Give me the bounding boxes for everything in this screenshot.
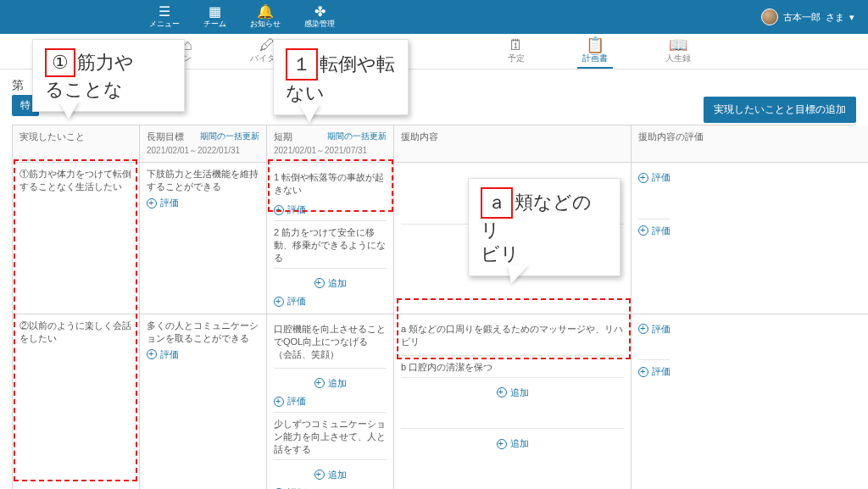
col-long-label: 長期目標 [147,131,184,142]
col-long: 長期目標 期間の一括更新 2021/02/01～2022/01/31 [140,125,267,163]
col-wish-label: 実現したいこと [19,131,132,143]
eval-link[interactable]: 評価 [147,348,179,361]
col-support-eval-label: 援助内容の評価 [638,131,861,143]
user-name: 古本一郎 [783,11,821,24]
tab-plan-label: 計画書 [582,53,608,64]
eval-link[interactable]: 評価 [638,359,670,378]
support-text: a 頬などの口周りを鍛えるためのマッサージや、リハビリ [401,320,624,352]
short-cell: 1 転倒や転落等の事故が起きない 評価 2 筋力をつけて安全に移動、移乗ができる… [267,163,394,314]
support-text: b 口腔内の清潔を保つ [401,355,624,374]
user-menu[interactable]: 古本一郎さま ▾ [761,8,854,25]
nav-menu-label: メニュー [149,19,180,30]
eval-link[interactable]: 評価 [274,295,306,308]
wish-text: ①筋力や体力をつけて転倒することなく生活したい [19,168,132,193]
add-link[interactable]: 追加 [497,386,529,399]
tab-life-label: 人生録 [665,53,691,64]
tab-schedule-label: 予定 [508,53,525,64]
annotation-highlight: １ [286,48,318,81]
add-link[interactable]: 追加 [314,277,347,290]
annotation-callout-2: １転倒や転 ない [273,39,409,115]
avatar [761,8,778,25]
tab-plan[interactable]: 📋 計画書 [577,34,613,69]
chevron-down-icon: ▾ [849,12,854,23]
book-icon: 📖 [669,37,687,53]
eval-link[interactable]: 評価 [638,219,670,237]
tab-schedule[interactable]: 🗓 予定 [503,34,530,69]
long-cell: 多くの人とコミュニケーションを取ることができる 評価 [140,314,267,490]
wish-text: ②以前のように楽しく会話をしたい [19,320,132,345]
col-short-range: 2021/02/01～2021/07/31 [274,145,387,157]
short-text: 2 筋力をつけて安全に移動、移乗ができるようになる [274,220,387,264]
wish-cell: ②以前のように楽しく会話をしたい [13,314,140,490]
plus-icon [638,225,648,236]
annotation-callout-1: ①筋力や ることな [32,39,185,112]
nav-infection-label: 感染管理 [304,19,335,30]
plus-icon [147,349,157,359]
plus-icon [274,297,284,307]
plan-grid: 実現したいこと 長期目標 期間の一括更新 2021/02/01～2022/01/… [12,125,856,489]
support-cell: a 頬などの口周りを鍛えるためのマッサージや、リハビリ b 口腔内の清潔を保つ … [394,314,632,490]
plus-icon [497,387,507,397]
plus-icon [274,205,284,215]
col-wish: 実現したいこと [13,125,140,163]
bulk-update-long[interactable]: 期間の一括更新 [200,131,259,142]
plus-icon [638,367,648,377]
add-goal-button[interactable]: 実現したいことと目標の追加 [704,97,856,123]
plus-icon [314,470,325,480]
long-text: 多くの人とコミュニケーションを取ることができる [147,320,259,345]
nav-notice[interactable]: 🔔 お知らせ [242,3,289,31]
long-cell: 下肢筋力と生活機能を維持することができる 評価 [140,163,267,314]
col-support-eval: 援助内容の評価 [632,125,868,163]
eval-link[interactable]: 評価 [147,197,179,209]
annotation-highlight: ① [45,48,75,77]
eval-link[interactable]: 評価 [638,323,670,336]
tab-life[interactable]: 📖 人生録 [660,34,696,69]
add-link[interactable]: 追加 [314,469,347,481]
nav-team-label: チーム [203,19,226,30]
short-text: 口腔機能を向上させることでQOL向上につなげる（会話、笑顔） [274,320,387,364]
user-suffix: さま [826,11,844,24]
plus-icon [314,278,325,288]
short-cell: 口腔機能を向上させることでQOL向上につなげる（会話、笑顔） 追加 評価 少しず… [267,314,394,490]
bulk-update-short[interactable]: 期間の一括更新 [327,131,387,142]
eval-link[interactable]: 評価 [274,395,306,408]
nav-team[interactable]: ▦ チーム [195,3,235,31]
col-short: 短期 期間の一括更新 2021/02/01～2021/07/31 [267,125,394,163]
col-support-label: 援助内容 [401,131,624,143]
col-long-range: 2021/02/01～2022/01/31 [147,145,259,157]
col-short-label: 短期 [274,131,292,142]
eval-link[interactable]: 評価 [638,171,670,184]
annotation-highlight: ａ [481,187,513,219]
short-text: 1 転倒や転落等の事故が起きない [274,168,387,200]
top-navbar: ☰ メニュー ▦ チーム 🔔 お知らせ ✤ 感染管理 古本一郎さま ▾ [0,0,868,34]
bell-icon: 🔔 [257,5,274,19]
add-link[interactable]: 追加 [314,377,347,390]
calendar-icon: 🗓 [509,37,524,53]
gear-icon: ✤ [314,5,326,19]
clipboard-icon: 📋 [586,37,604,53]
add-link[interactable]: 追加 [497,437,529,450]
eval-link[interactable]: 評価 [274,203,306,216]
annotation-callout-3: ａ頬などのリ ビリ [468,178,620,276]
plus-icon [274,397,284,407]
plus-icon [314,378,325,388]
nav-menu[interactable]: ☰ メニュー [141,3,188,31]
nav-notice-label: お知らせ [250,19,281,30]
wish-cell: ①筋力や体力をつけて転倒することなく生活したい [13,163,140,314]
plus-icon [638,173,648,183]
nav-infection[interactable]: ✤ 感染管理 [296,3,343,31]
plus-icon [638,324,648,334]
grid-icon: ▦ [209,5,221,19]
short-text: 少しずつコミュニケーション能力を向上させて、人と話をする [274,412,387,456]
hamburger-icon: ☰ [159,5,170,19]
support-eval-cell: 評価 評価 [632,314,868,490]
col-support: 援助内容 [394,125,632,163]
plus-icon [497,439,507,449]
support-eval-cell: 評価 評価 [632,163,868,314]
long-text: 下肢筋力と生活機能を維持することができる [147,168,259,193]
plus-icon [147,198,157,208]
